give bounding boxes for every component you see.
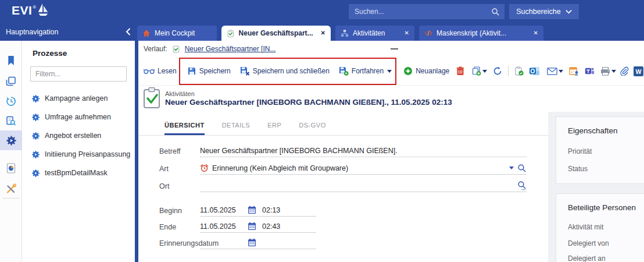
alarm-clock-icon [200,164,209,172]
process-gear-icon[interactable] [4,133,18,147]
close-icon[interactable]: ✕ [530,30,538,36]
copy-plus-icon [471,66,481,76]
close-icon[interactable]: ✕ [317,30,325,36]
teams-icon[interactable] [585,66,595,76]
beginn-label: Beginn [159,207,182,215]
clipboard-check-icon [227,29,235,38]
collapse-ribbon-dash[interactable] [391,48,398,49]
clipboard-approve-icon[interactable] [514,66,524,76]
copy-record-button[interactable] [471,66,487,76]
refresh-icon[interactable] [493,66,502,76]
ort-field[interactable] [200,179,527,192]
process-item-label: Angebot erstellen [45,132,101,140]
hauptnavigation-header: Hauptnavigation [0,23,135,41]
outlook-icon[interactable] [529,66,540,76]
paperclip-icon[interactable] [620,66,629,76]
print-dropdown-caret[interactable] [611,70,616,73]
svg-text:W: W [636,68,642,75]
process-item-preisanpassung[interactable]: Initiierung Preisanpassung [28,146,133,163]
record-module-label: Aktivitäten [165,90,195,97]
close-icon[interactable]: ✕ [401,30,409,36]
tab-details[interactable]: DETAILS [222,122,251,135]
ende-label: Ende [159,223,176,231]
tab-dsgvo[interactable]: DS-GVO [299,122,325,135]
clipboard-check-icon [172,45,180,53]
art-lookup-icon[interactable] [517,164,527,173]
process-item-label: Kampagne anlegen [45,94,108,102]
search-input[interactable] [349,4,491,19]
tab-label: Maskenskript (Aktivit... [437,29,506,37]
history-icon[interactable] [4,94,18,108]
erinnerungsdatum-field[interactable] [200,236,316,249]
filter-input[interactable] [31,70,128,78]
copy-dropdown-caret[interactable] [482,70,487,73]
beginn-field[interactable]: 11.05.2025 02:13 [200,204,316,217]
speichern-und-schliessen-button[interactable]: Speichern und schließen [240,66,330,76]
envelope-icon [547,68,557,75]
eigenschaften-card: Eigenschaften Priorität Status [556,116,644,184]
art-field[interactable]: Erinnerung (Kein Abgleich mit Groupware) [200,162,527,175]
document-search-icon[interactable] [4,114,18,128]
processes-panel: Prozesse Kampagne anlegen Umfrage aufneh… [22,41,135,262]
process-item-umfrage[interactable]: Umfrage aufnehmen [28,108,133,126]
tab-aktivitaeten[interactable]: Aktivitäten ✕ [335,26,414,41]
record-title: Neuer Geschäftspartner [INGEBORG BACHMAN… [165,98,452,107]
tools-icon[interactable] [4,182,18,196]
tab-mein-cockpit[interactable]: Mein Cockpit [137,26,217,41]
print-button[interactable] [600,67,616,76]
tab-maskenskript[interactable]: Maskenskript (Aktivit... ✕ [419,26,543,41]
fortfahren-button[interactable]: Fortfahren [339,66,384,76]
ende-field[interactable]: 11.05.2025 02:43 [200,220,316,233]
calendar-icon[interactable] [248,206,256,214]
delegiert-an-label: Delegiert an [568,254,606,262]
calendar-icon[interactable] [248,222,256,231]
gear-play-icon [31,113,40,122]
tab-neuer-geschaeftspartner[interactable]: Neuer Geschäftspart... ✕ [221,26,331,41]
history-link[interactable]: Neuer Geschäftspartner [IN... [185,45,276,53]
fortfahren-dropdown-caret[interactable] [387,70,392,73]
tab-uebersicht[interactable]: ÜBERSICHT [164,122,205,135]
bookmark-icon[interactable] [4,54,18,68]
toolbar-divider [508,66,509,76]
process-item-testbpm[interactable]: testBpmDetailMask [28,164,133,182]
delete-trash-icon[interactable] [456,66,464,76]
registered-mark: ® [33,5,36,10]
activity-clipboard-icon [143,87,162,109]
tab-erp[interactable]: ERP [267,122,281,135]
search-scopes-label: Suchbereiche [516,8,560,16]
report-pie-icon[interactable] [4,161,18,175]
aktivitaet-mit-label: Aktivität mit [568,223,603,231]
beteiligte-personen-title: Beteiligte Personen [568,203,636,212]
tab-label: Neuer Geschäftspart... [239,29,313,37]
pages-icon[interactable] [4,75,18,88]
calendar-icon[interactable] [248,238,256,247]
lesen-button[interactable]: Lesen [144,67,177,75]
calendar-person-icon[interactable] [569,66,579,76]
printer-icon [600,67,610,76]
delegiert-von-label: Delegiert von [568,239,609,247]
process-item-label: Initiierung Preisanpassung [45,150,130,158]
save-continue-icon [339,66,349,76]
rail-divider [2,198,20,199]
process-item-kampagne[interactable]: Kampagne anlegen [28,90,133,107]
neuanlage-button[interactable]: Neuanlage [403,66,449,76]
search-scopes-button[interactable]: Suchbereiche [509,4,579,19]
ort-label: Ort [159,182,169,190]
speichern-button[interactable]: Speichern [187,66,231,76]
home-icon [142,29,151,37]
send-email-button[interactable] [547,68,563,75]
ort-lookup-icon[interactable] [517,180,527,190]
process-item-angebot[interactable]: Angebot erstellen [28,127,133,144]
collapse-nav-icon[interactable] [126,28,131,36]
tab-label: Aktivitäten [353,29,385,37]
global-search [349,4,505,19]
word-export-icon[interactable]: W [634,66,643,76]
email-dropdown-caret[interactable] [559,70,563,73]
betreff-field[interactable]: Neuer Geschäftspartner [INGEBORG BACHMAN… [200,144,527,157]
app-logo: EVI ® [12,3,49,17]
beteiligte-personen-card: Beteiligte Personen Aktivität mit Delegi… [556,193,644,262]
art-dropdown-caret[interactable] [509,167,514,169]
chevron-down-icon [566,9,572,14]
search-icon[interactable] [491,8,500,16]
sailboat-icon [37,2,49,17]
